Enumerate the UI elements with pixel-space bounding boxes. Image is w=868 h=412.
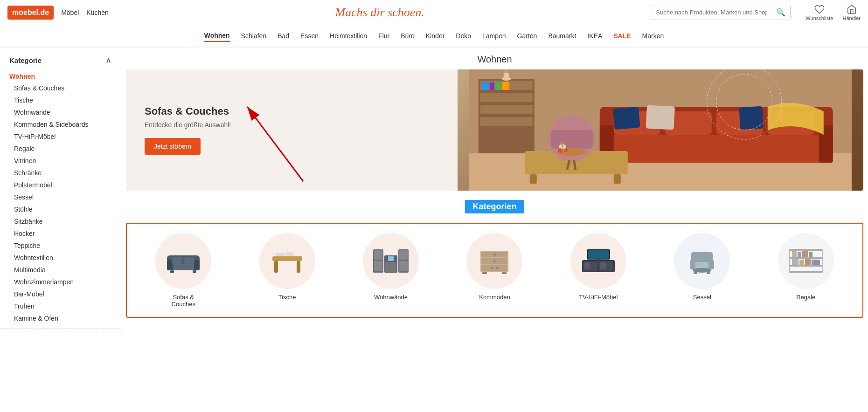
svg-point-73 xyxy=(496,267,499,269)
nav-buro[interactable]: Büro xyxy=(401,30,415,41)
nav-essen[interactable]: Essen xyxy=(300,30,319,41)
sidebar-item-polster[interactable]: Polstermöbel xyxy=(0,179,121,191)
nav-heimtextilien[interactable]: Heimtextilien xyxy=(330,30,367,41)
kategorien-section: Kategorien xyxy=(121,191,868,327)
svg-rect-62 xyxy=(399,250,408,260)
wishlist-button[interactable]: Wunschliste xyxy=(806,4,833,21)
svg-rect-95 xyxy=(790,271,822,273)
logo[interactable]: moebel.de xyxy=(7,6,54,20)
sidebar-item-wohnen[interactable]: Wohnen xyxy=(0,71,121,82)
kategorie-kommoden[interactable]: Kommoden xyxy=(464,233,525,308)
kategorie-tische[interactable]: Tische xyxy=(257,233,318,308)
kategorie-sessel[interactable]: Sessel xyxy=(672,233,732,308)
haendler-button[interactable]: Händler xyxy=(842,4,861,21)
nav-baumarkt[interactable]: Baumarkt xyxy=(548,30,576,41)
svg-rect-25 xyxy=(646,105,675,130)
svg-rect-10 xyxy=(495,82,501,90)
hero-left: Sofas & Couches Entdecke die größte Ausw… xyxy=(126,69,458,191)
kategorie-wohnwande[interactable]: Wohnwände xyxy=(361,233,421,308)
svg-rect-90 xyxy=(707,270,710,274)
sidebar-item-tv[interactable]: TV-HiFi-Möbel xyxy=(0,130,121,143)
kategorie-label-tische: Tische xyxy=(278,294,296,301)
sidebar-item-regale[interactable]: Regale xyxy=(0,143,121,155)
hero-cta-button[interactable]: Jetzt stöbern xyxy=(145,138,201,155)
nav-lampen[interactable]: Lampen xyxy=(482,30,506,41)
kategorien-title-wrapper: Kategorien xyxy=(126,200,863,213)
svg-rect-103 xyxy=(812,260,820,265)
svg-point-40 xyxy=(558,148,562,153)
search-input[interactable] xyxy=(651,6,771,19)
svg-rect-13 xyxy=(504,73,509,79)
sidebar-item-teppiche[interactable]: Teppiche xyxy=(0,240,121,252)
sidebar-toggle[interactable]: ∧ xyxy=(105,55,111,65)
armchair-icon xyxy=(683,247,721,275)
svg-rect-92 xyxy=(790,249,822,251)
sidebar-item-stuhle[interactable]: Stühle xyxy=(0,203,121,215)
nav-deko[interactable]: Deko xyxy=(456,30,471,41)
hero-image xyxy=(458,69,863,191)
kategorie-regale[interactable]: Regale xyxy=(776,233,836,308)
nav-flur[interactable]: Flur xyxy=(378,30,389,41)
nav-kinder[interactable]: Kinder xyxy=(426,30,444,41)
sidebar-item-sitzbanke[interactable]: Sitzbänke xyxy=(0,215,121,227)
sidebar-item-hocker[interactable]: Hocker xyxy=(0,227,121,240)
top-bar: moebel.de Möbel Küchen Machs dir schoen.… xyxy=(0,0,868,25)
sidebar-item-multimedia[interactable]: Multimedia xyxy=(0,264,121,276)
nav-mobel[interactable]: Möbel xyxy=(61,9,79,16)
sidebar: Kategorie ∧ Wohnen Sofas & Couches Tisch… xyxy=(0,48,121,374)
search-bar: 🔍 xyxy=(651,5,791,20)
kategorie-label-wohnwande: Wohnwände xyxy=(374,294,408,301)
table-icon xyxy=(269,247,306,275)
nav-marken[interactable]: Marken xyxy=(642,30,664,41)
nav-ikea[interactable]: IKEA xyxy=(587,30,602,41)
svg-rect-100 xyxy=(792,259,799,265)
sidebar-item-kommoden[interactable]: Kommoden & Sideboards xyxy=(0,118,121,130)
sidebar-item-bar[interactable]: Bar-Möbel xyxy=(0,288,121,300)
sidebar-item-wohnzimmerlampen[interactable]: Wohnzimmerlampen xyxy=(0,276,121,288)
svg-rect-93 xyxy=(790,257,822,259)
svg-rect-80 xyxy=(588,250,609,259)
nav-sale[interactable]: SALE xyxy=(613,30,631,41)
nav-kuchen[interactable]: Küchen xyxy=(86,9,108,16)
main-nav: Wohnen Schlafen Bad Essen Heimtextilien … xyxy=(0,25,868,48)
kategorie-label-sessel: Sessel xyxy=(693,294,711,301)
svg-rect-61 xyxy=(374,261,382,271)
svg-rect-52 xyxy=(272,256,302,261)
hero-scene-svg xyxy=(458,69,863,191)
svg-rect-60 xyxy=(374,250,382,260)
svg-rect-50 xyxy=(170,270,174,273)
svg-rect-69 xyxy=(481,265,507,271)
nav-wohnen[interactable]: Wohnen xyxy=(204,30,230,42)
svg-rect-47 xyxy=(194,260,200,270)
sidebar-item-truhen[interactable]: Truhen xyxy=(0,300,121,312)
sidebar-item-kamine[interactable]: Kamine & Öfen xyxy=(0,312,121,324)
svg-rect-9 xyxy=(490,82,494,90)
sidebar-item-wohntextilien[interactable]: Wohntextilien xyxy=(0,252,121,264)
brand-title: Machs dir schoen. xyxy=(116,6,644,20)
kategorie-circle-regale xyxy=(778,233,834,289)
sidebar-item-sofas[interactable]: Sofas & Couches xyxy=(0,82,121,94)
sidebar-header: Kategorie ∧ xyxy=(0,55,121,71)
dresser-icon xyxy=(476,247,513,275)
page-heading: Wohnen xyxy=(121,48,868,69)
sidebar-item-vitrinen[interactable]: Vitrinen xyxy=(0,155,121,167)
hero-subtitle: Entdecke die größte Auswahl! xyxy=(145,121,439,129)
svg-rect-5 xyxy=(480,93,533,102)
top-actions: Wunschliste Händler xyxy=(806,4,861,21)
search-button[interactable]: 🔍 xyxy=(771,5,790,20)
sidebar-item-schranke[interactable]: Schränke xyxy=(0,167,121,179)
svg-rect-54 xyxy=(297,261,300,273)
nav-garten[interactable]: Garten xyxy=(517,30,537,41)
nav-schlafen[interactable]: Schlafen xyxy=(241,30,266,41)
sidebar-item-wohnwande[interactable]: Wohnwände xyxy=(0,106,121,118)
kategorie-tv[interactable]: TV-HiFi-Möbel xyxy=(568,233,629,308)
nav-bad[interactable]: Bad xyxy=(278,30,289,41)
sidebar-item-sessel[interactable]: Sessel xyxy=(0,191,121,203)
svg-rect-6 xyxy=(480,105,533,114)
sidebar-item-tische[interactable]: Tische xyxy=(0,94,121,106)
svg-rect-24 xyxy=(613,107,640,130)
svg-rect-96 xyxy=(792,251,797,257)
kategorie-sofas[interactable]: Sofas &Couches xyxy=(153,233,214,308)
svg-line-33 xyxy=(574,160,576,170)
kategorie-circle-kommoden xyxy=(466,233,522,289)
